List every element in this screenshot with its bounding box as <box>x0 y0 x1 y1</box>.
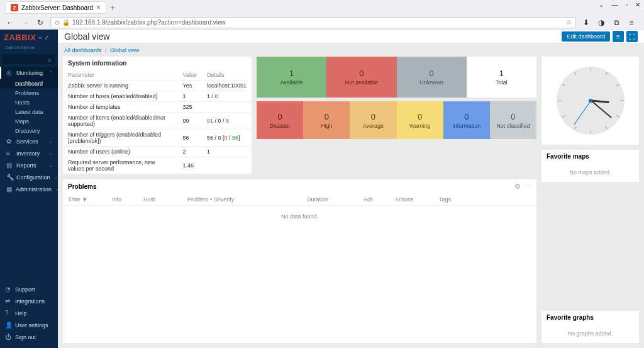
status-tile[interactable]: 0Warning <box>397 101 443 139</box>
maximize-icon[interactable]: ▫ <box>625 1 628 8</box>
reload-button[interactable]: ↻ <box>35 18 45 28</box>
kiosk-icon[interactable]: ⛶ <box>626 31 638 42</box>
breadcrumb: All dashboards / Global view <box>58 44 644 57</box>
breadcrumb-all-dashboards[interactable]: All dashboards <box>64 47 102 53</box>
shield-icon: ◇ <box>55 19 60 26</box>
table-row: Number of hosts (enabled/disabled)11 / 0 <box>63 91 252 102</box>
sidebar-sub-dashboard[interactable]: Dashboard <box>0 79 58 88</box>
server-name: ZabbixServer <box>0 45 58 53</box>
signout-icon: ⏻ <box>5 334 11 340</box>
widget-title: Favorite graphs <box>541 311 639 324</box>
status-tile[interactable]: 0Not classified <box>490 101 536 139</box>
sidebar-sub-discovery[interactable]: Discovery <box>0 126 58 135</box>
breadcrumb-current[interactable]: Global view <box>110 47 140 53</box>
sidebar-item-inventory[interactable]: ≡Inventory⌄ <box>0 147 58 159</box>
user-icon: 👤 <box>5 322 11 328</box>
sidebar-sub-problems[interactable]: Problems <box>0 88 58 98</box>
favorite-maps-widget: Favorite maps No maps added. <box>541 150 639 182</box>
status-tile[interactable]: 0Unknown <box>397 57 467 98</box>
favorite-graphs-widget: Favorite graphs No graphs added. <box>541 311 639 343</box>
column-header[interactable]: Info <box>112 196 143 203</box>
back-button[interactable]: ← <box>5 18 15 28</box>
minimize-icon[interactable]: — <box>611 1 618 8</box>
chevron-down-icon: ⌄ <box>49 139 53 144</box>
edit-dashboard-button[interactable]: Edit dashboard <box>562 31 610 42</box>
sidebar: ZABBIX « ⤢ ZabbixServer ⌕ ◎ Monitoring ⌃… <box>0 30 58 348</box>
table-row: Number of triggers (enabled/disabled [pr… <box>63 130 252 147</box>
sidebar-item-monitoring[interactable]: ◎ Monitoring ⌃ <box>0 67 58 79</box>
table-row: Number of items (enabled/disabled/not su… <box>63 113 252 130</box>
tab-close-icon[interactable]: × <box>96 3 101 12</box>
logo: ZABBIX <box>4 33 36 42</box>
no-data-message: No data found. <box>63 206 536 227</box>
status-tile[interactable]: 0Disaster <box>257 101 303 139</box>
chevron-down-icon: ⌄ <box>54 175 58 180</box>
sidebar-user-settings[interactable]: 👤User settings <box>0 319 58 331</box>
column-header[interactable]: Ack <box>364 196 395 203</box>
clock-face <box>557 67 625 135</box>
sidebar-help[interactable]: ?Help <box>0 307 58 319</box>
sidebar-item-reports[interactable]: ▤Reports⌄ <box>0 159 58 171</box>
host-availability-widget: 1Available0Not available0Unknown1Total <box>257 57 536 98</box>
column-header[interactable]: Tags <box>439 196 477 203</box>
chevron-down-icon[interactable]: ⌄ <box>599 1 604 8</box>
integrations-icon: ⇄ <box>5 298 11 305</box>
monitor-icon: ◎ <box>6 69 13 76</box>
empty-message: No maps added. <box>541 163 639 182</box>
widget-title: System information <box>63 57 252 70</box>
menu-icon[interactable]: ≡ <box>626 18 636 28</box>
sidebar-sub-hosts[interactable]: Hosts <box>0 98 58 107</box>
collapse-icon[interactable]: « <box>38 34 42 41</box>
chevron-down-icon: ⌄ <box>49 163 53 168</box>
column-header[interactable]: Duration <box>307 196 364 203</box>
problems-widget: Problems ⚙⋯ Time ▼InfoHostProblem • Seve… <box>63 179 536 343</box>
account-icon[interactable]: ◑ <box>596 18 606 28</box>
sidebar-sub-maps[interactable]: Maps <box>0 116 58 126</box>
list-icon: ≡ <box>6 150 13 157</box>
status-tile[interactable]: 1Total <box>467 57 536 98</box>
browser-tab[interactable]: Z ZabbixServer: Dashboard × <box>5 1 106 14</box>
extensions-icon[interactable]: ⧉ <box>611 18 621 28</box>
column-header[interactable]: Time ▼ <box>68 196 112 203</box>
table-row: Required server performance, new values … <box>63 157 252 174</box>
sidebar-sign-out[interactable]: ⏻Sign out <box>0 331 58 343</box>
forward-button[interactable]: → <box>20 18 30 28</box>
column-header[interactable]: Actions <box>395 196 439 203</box>
url-bar[interactable]: ◇ 🔒 192.168.1.9/zabbix/zabbix.php?action… <box>50 17 576 28</box>
column-header[interactable]: Host <box>143 196 187 203</box>
sidebar-support[interactable]: ◔Support <box>0 283 58 295</box>
url-text: 192.168.1.9/zabbix/zabbix.php?action=das… <box>72 19 564 26</box>
status-tile[interactable]: 1Available <box>257 57 326 98</box>
status-tile[interactable]: 0High <box>303 101 350 139</box>
new-tab-button[interactable]: + <box>106 3 119 13</box>
gear-icon: ✿ <box>6 138 13 145</box>
close-icon[interactable]: ✕ <box>635 1 640 8</box>
sidebar-sub-latest-data[interactable]: Latest data <box>0 107 58 116</box>
admin-icon: ▦ <box>6 186 12 193</box>
more-icon[interactable]: ⋯ <box>525 182 531 191</box>
table-row: Zabbix server is runningYeslocalhost:100… <box>63 81 252 91</box>
column-header[interactable]: Problem • Severity <box>187 196 307 203</box>
problems-by-severity-widget: 0Disaster0High0Average0Warning0Informati… <box>257 101 536 139</box>
sidebar-item-configuration[interactable]: 🔧Configuration⌄ <box>0 171 58 183</box>
doc-icon: ▤ <box>6 162 13 169</box>
gear-icon[interactable]: ⚙ <box>514 182 521 191</box>
page-title: Global view <box>64 31 109 42</box>
help-icon: ? <box>5 310 11 317</box>
status-tile[interactable]: 0Average <box>350 101 396 139</box>
sidebar-item-administration[interactable]: ▦Administration⌄ <box>0 183 58 195</box>
sidebar-integrations[interactable]: ⇄Integrations <box>0 295 58 307</box>
system-information-widget: System information ParameterValueDetails… <box>63 57 252 174</box>
search-input[interactable]: ⌕ <box>3 54 55 64</box>
list-view-icon[interactable]: ≡ <box>613 31 624 42</box>
sidebar-item-services[interactable]: ✿Services⌄ <box>0 135 58 147</box>
empty-message: No graphs added. <box>541 324 639 343</box>
download-icon[interactable]: ⬇ <box>581 18 591 28</box>
tab-title: ZabbixServer: Dashboard <box>21 4 93 11</box>
table-row: Number of templates325 <box>63 102 252 113</box>
status-tile[interactable]: 0Information <box>443 101 490 139</box>
chevron-up-icon: ⌃ <box>49 70 53 76</box>
status-tile[interactable]: 0Not available <box>326 57 396 98</box>
expand-icon[interactable]: ⤢ <box>44 34 49 41</box>
star-icon[interactable]: ☆ <box>566 19 572 26</box>
